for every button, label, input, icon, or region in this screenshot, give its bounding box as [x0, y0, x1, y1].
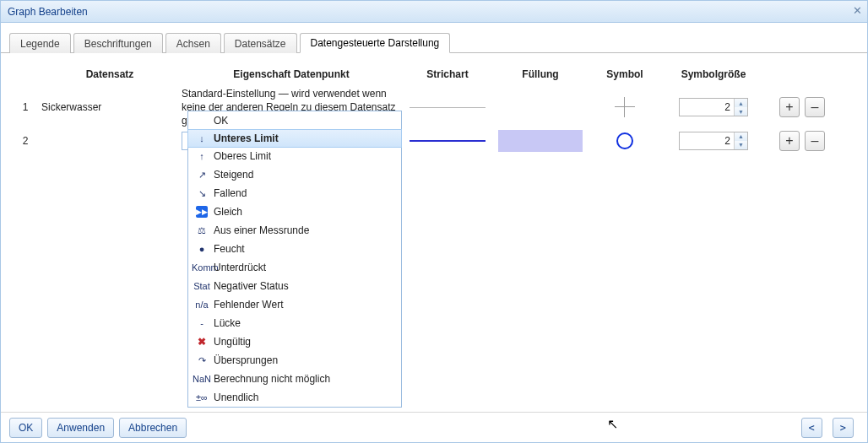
dropdown-item-icon: -: [192, 318, 212, 328]
dialog-title: Graph Bearbeiten: [8, 6, 88, 18]
tab-content: Datensatz Eigenschaft Datenpunkt Stricha…: [1, 53, 867, 408]
dropdown-item-label: Aus einer Messrunde: [212, 224, 309, 236]
dropdown-item[interactable]: ↓Unteres Limit: [187, 129, 402, 148]
col-datensatz: Datensatz: [38, 68, 182, 80]
symbol-size-input[interactable]: [688, 101, 734, 113]
spin-down-icon[interactable]: ▼: [735, 107, 747, 116]
dropdown-item-icon: Komm: [192, 262, 212, 273]
dropdown-item-label: Steigend: [212, 169, 253, 181]
dropdown-item-icon: NaN: [192, 374, 212, 384]
tab-datensaetze[interactable]: Datensätze: [224, 33, 297, 53]
dropdown-item[interactable]: ●Feucht: [188, 240, 401, 258]
tab-datengesteuert[interactable]: Datengesteuerte Darstellung: [300, 33, 451, 53]
dropdown-item-label: Lücke: [212, 317, 241, 329]
dropdown-item[interactable]: NaNBerechnung nicht möglich: [188, 370, 401, 388]
close-icon[interactable]: ✕: [853, 4, 862, 17]
col-symbolgroesse: Symbolgröße: [663, 68, 764, 80]
dropdown-item[interactable]: -Lücke: [188, 314, 401, 332]
stroke-sample[interactable]: [401, 140, 494, 142]
data-row-2: 2 ↓ Unteres Limit ▲▼ + –: [13, 128, 855, 154]
dropdown-item-icon: ↘: [192, 188, 212, 199]
stroke-sample[interactable]: [401, 107, 494, 108]
dropdown-item-icon: ✖: [192, 336, 212, 348]
dropdown-item-icon: ●: [192, 244, 212, 254]
dialog-footer: OK Anwenden Abbrechen < >: [1, 412, 867, 442]
col-strichart: Strichart: [401, 68, 494, 80]
dropdown-item-label: Negativer Status: [212, 280, 289, 292]
dropdown-item-icon: Stat: [192, 281, 212, 291]
dropdown-item[interactable]: ↗Steigend: [188, 165, 401, 184]
remove-row-button[interactable]: –: [805, 97, 825, 117]
col-symbol: Symbol: [587, 68, 663, 80]
grid-header: Datensatz Eigenschaft Datenpunkt Stricha…: [13, 62, 855, 87]
dropdown-item-icon: ↷: [192, 355, 212, 366]
plus-symbol-icon: [615, 97, 635, 117]
symbol-size-spinner[interactable]: ▲▼: [679, 132, 748, 150]
col-eigenschaft: Eigenschaft Datenpunkt: [182, 68, 401, 80]
dropdown-item[interactable]: n/aFehlender Wert: [188, 295, 401, 314]
add-row-button[interactable]: +: [779, 131, 800, 151]
dropdown-item[interactable]: OK: [188, 111, 401, 130]
dropdown-item-icon: n/a: [192, 300, 212, 310]
spin-down-icon[interactable]: ▼: [735, 141, 747, 149]
tabstrip: Legende Beschriftungen Achsen Datensätze…: [1, 30, 867, 53]
dropdown-item-label: Unendlich: [212, 392, 258, 403]
dropdown-item-label: Fallend: [212, 187, 247, 199]
add-row-button[interactable]: +: [779, 97, 800, 117]
dropdown-item-icon: ↑: [192, 151, 212, 161]
dropdown-item-label: OK: [212, 115, 228, 127]
ok-button[interactable]: OK: [9, 418, 42, 438]
dropdown-item[interactable]: ↑Oberes Limit: [188, 147, 401, 165]
symbol-sample[interactable]: [587, 132, 663, 149]
symbol-size-input[interactable]: [688, 135, 734, 147]
col-fuellung: Füllung: [494, 68, 587, 80]
dropdown-item-label: Gleich: [212, 206, 242, 218]
dropdown-item[interactable]: KommUnterdrückt: [188, 258, 401, 277]
fill-sample[interactable]: [494, 130, 587, 152]
dropdown-item[interactable]: ✖Ungültig: [188, 332, 401, 351]
dropdown-item-label: Übersprungen: [212, 354, 278, 366]
dropdown-item[interactable]: StatNegativer Status: [188, 277, 401, 295]
dropdown-item-label: Ungültig: [212, 336, 251, 348]
dropdown-item-label: Unteres Limit: [212, 132, 279, 144]
symbol-sample[interactable]: [587, 97, 663, 117]
circle-symbol-icon: [616, 132, 633, 149]
tab-beschriftungen[interactable]: Beschriftungen: [73, 33, 163, 53]
row-index: 1: [13, 101, 38, 113]
data-row-1: 1 Sickerwasser Standard-Einstellung — wi…: [13, 87, 855, 128]
row-index: 2: [13, 135, 38, 147]
property-dropdown[interactable]: OK↓Unteres Limit↑Oberes Limit↗Steigend↘F…: [187, 111, 402, 408]
dropdown-item-label: Berechnung nicht möglich: [212, 373, 330, 385]
remove-row-button[interactable]: –: [805, 131, 825, 151]
spin-up-icon[interactable]: ▲: [735, 132, 747, 141]
dropdown-item-icon: ⚖: [192, 225, 212, 236]
row-datensatz: Sickerwasser: [38, 101, 182, 113]
dropdown-item-label: Feucht: [212, 243, 245, 255]
tab-achsen[interactable]: Achsen: [165, 33, 221, 53]
dropdown-item[interactable]: ↷Übersprungen: [188, 351, 401, 370]
spin-up-icon[interactable]: ▲: [735, 99, 747, 107]
next-button[interactable]: >: [833, 418, 854, 438]
dropdown-item-icon: ↓: [192, 133, 212, 143]
tab-legende[interactable]: Legende: [9, 33, 71, 53]
symbol-size-spinner[interactable]: ▲▼: [679, 98, 748, 116]
prev-button[interactable]: <: [801, 418, 822, 438]
dialog-graph-edit: Graph Bearbeiten ✕ Legende Beschriftunge…: [0, 0, 868, 443]
dropdown-item-label: Unterdrückt: [212, 262, 266, 273]
apply-button[interactable]: Anwenden: [47, 418, 114, 438]
titlebar: Graph Bearbeiten ✕: [1, 1, 867, 23]
dropdown-item[interactable]: ±∞Unendlich: [188, 388, 401, 407]
dropdown-item[interactable]: ↘Fallend: [188, 184, 401, 203]
cancel-button[interactable]: Abbrechen: [119, 418, 187, 438]
dropdown-item-label: Oberes Limit: [212, 150, 271, 162]
dropdown-item[interactable]: ▶▶Gleich: [188, 203, 401, 221]
dropdown-item-icon: ±∞: [192, 392, 212, 402]
dropdown-item-icon: ▶▶: [192, 206, 212, 218]
dropdown-item[interactable]: ⚖Aus einer Messrunde: [188, 221, 401, 240]
dropdown-item-label: Fehlender Wert: [212, 299, 283, 311]
dropdown-item-icon: ↗: [192, 170, 212, 181]
